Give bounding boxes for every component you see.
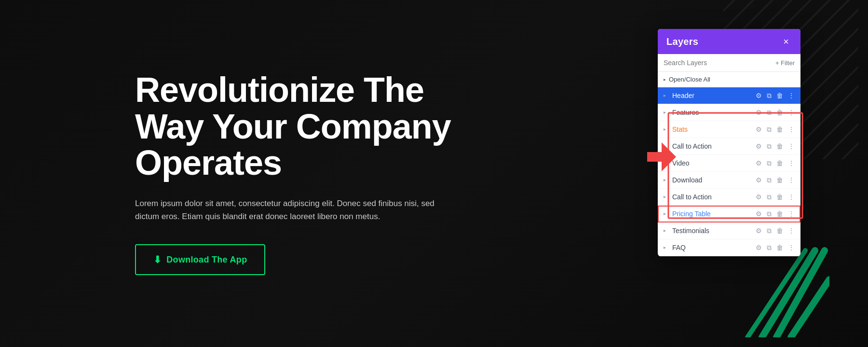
hero-title: Revolutionize The Way Your Company Opera… — [135, 72, 473, 181]
layer-actions-stats: ⚙ ⧉ 🗑 ⋮ — [755, 125, 796, 134]
layer-item-faq[interactable]: ▸ FAQ ⚙ ⧉ 🗑 ⋮ — [658, 239, 800, 256]
layer-actions-header: ⚙ ⧉ 🗑 ⋮ — [755, 91, 796, 100]
layers-list: ▸ Header ⚙ ⧉ 🗑 ⋮ ▸ Features ⚙ ⧉ 🗑 ⋮ ▸ St… — [658, 87, 800, 256]
layer-name-cta2: Call to Action — [672, 193, 755, 201]
layer-arrow-icon: ▸ — [664, 177, 669, 183]
layer-arrow-icon: ▸ — [664, 160, 669, 166]
layer-arrow-icon: ▸ — [664, 93, 669, 98]
layer-actions-features: ⚙ ⧉ 🗑 ⋮ — [755, 108, 796, 117]
layers-panel: Layers × + Filter Open/Close All ▸ Heade… — [658, 29, 800, 256]
layers-close-button[interactable]: × — [780, 36, 792, 47]
layer-delete-icon[interactable]: 🗑 — [775, 108, 784, 117]
layer-actions-cta1: ⚙ ⧉ 🗑 ⋮ — [755, 142, 796, 151]
layer-more-icon[interactable]: ⋮ — [787, 243, 796, 252]
layer-delete-icon[interactable]: 🗑 — [775, 125, 784, 134]
layer-settings-icon[interactable]: ⚙ — [755, 209, 763, 218]
layer-more-icon[interactable]: ⋮ — [787, 142, 796, 151]
layer-more-icon[interactable]: ⋮ — [787, 108, 796, 117]
layer-name-download: Download — [672, 176, 755, 184]
layer-copy-icon[interactable]: ⧉ — [766, 209, 773, 218]
layer-item-download[interactable]: ▸ Download ⚙ ⧉ 🗑 ⋮ — [658, 172, 800, 189]
layer-arrow-icon: ▸ — [664, 143, 669, 149]
layer-name-header: Header — [672, 92, 755, 99]
layer-more-icon[interactable]: ⋮ — [787, 209, 796, 218]
layer-more-icon[interactable]: ⋮ — [787, 176, 796, 184]
layer-actions-pricing-table: ⚙ ⧉ 🗑 ⋮ — [755, 209, 796, 218]
layer-copy-icon[interactable]: ⧉ — [766, 226, 773, 235]
layer-arrow-icon: ▸ — [664, 194, 669, 200]
layers-panel-title: Layers — [666, 36, 698, 47]
layer-more-icon[interactable]: ⋮ — [787, 193, 796, 201]
layer-arrow-icon: ▸ — [664, 126, 669, 132]
layer-delete-icon[interactable]: 🗑 — [775, 142, 784, 151]
layer-settings-icon[interactable]: ⚙ — [755, 176, 763, 184]
layer-delete-icon[interactable]: 🗑 — [775, 91, 784, 100]
layer-settings-icon[interactable]: ⚙ — [755, 91, 763, 100]
layer-more-icon[interactable]: ⋮ — [787, 159, 796, 167]
layer-name-video: Video — [672, 159, 755, 167]
layer-delete-icon[interactable]: 🗑 — [775, 193, 784, 201]
layer-more-icon[interactable]: ⋮ — [787, 226, 796, 235]
layer-copy-icon[interactable]: ⧉ — [766, 193, 773, 201]
layer-actions-cta2: ⚙ ⧉ 🗑 ⋮ — [755, 193, 796, 201]
layer-item-cta2[interactable]: ▸ Call to Action ⚙ ⧉ 🗑 ⋮ — [658, 189, 800, 206]
layer-name-testimonials: Testimonials — [672, 227, 755, 235]
hero-description: Lorem ipsum dolor sit amet, consectetur … — [135, 197, 444, 223]
layer-copy-icon[interactable]: ⧉ — [766, 125, 773, 134]
layer-more-icon[interactable]: ⋮ — [787, 125, 796, 134]
layer-actions-download: ⚙ ⧉ 🗑 ⋮ — [755, 176, 796, 184]
layer-arrow-icon: ▸ — [664, 110, 669, 115]
layer-item-pricing-table[interactable]: ▸ Pricing Table ⚙ ⧉ 🗑 ⋮ — [658, 206, 800, 222]
layer-name-faq: FAQ — [672, 244, 755, 251]
layer-arrow-icon: ▸ — [664, 245, 669, 250]
layer-copy-icon[interactable]: ⧉ — [766, 159, 773, 167]
layer-item-video[interactable]: ▸ Video ⚙ ⧉ 🗑 ⋮ — [658, 155, 800, 172]
layer-settings-icon[interactable]: ⚙ — [755, 193, 763, 201]
layer-name-pricing-table: Pricing Table — [672, 210, 755, 218]
layer-delete-icon[interactable]: 🗑 — [775, 243, 784, 252]
layer-arrow-icon: ▸ — [664, 228, 669, 234]
layer-copy-icon[interactable]: ⧉ — [766, 91, 773, 100]
download-button[interactable]: ⬇ Download The App — [135, 244, 265, 275]
layer-delete-icon[interactable]: 🗑 — [775, 159, 784, 167]
layer-item-cta1[interactable]: ▸ Call to Action ⚙ ⧉ 🗑 ⋮ — [658, 138, 800, 155]
hero-section: Revolutionize The Way Your Company Opera… — [135, 72, 473, 275]
layer-delete-icon[interactable]: 🗑 — [775, 176, 784, 184]
layer-copy-icon[interactable]: ⧉ — [766, 142, 773, 151]
download-icon: ⬇ — [153, 254, 162, 265]
layer-copy-icon[interactable]: ⧉ — [766, 176, 773, 184]
layer-settings-icon[interactable]: ⚙ — [755, 226, 763, 235]
layer-item-testimonials[interactable]: ▸ Testimonials ⚙ ⧉ 🗑 ⋮ — [658, 222, 800, 239]
layers-search-input[interactable] — [664, 59, 772, 67]
layers-search-row: + Filter — [658, 54, 800, 72]
layer-more-icon[interactable]: ⋮ — [787, 91, 796, 100]
layer-copy-icon[interactable]: ⧉ — [766, 243, 773, 252]
layer-settings-icon[interactable]: ⚙ — [755, 125, 763, 134]
layer-name-features: Features — [672, 109, 755, 116]
layer-name-cta1: Call to Action — [672, 142, 755, 150]
layer-settings-icon[interactable]: ⚙ — [755, 108, 763, 117]
layer-actions-video: ⚙ ⧉ 🗑 ⋮ — [755, 159, 796, 167]
layer-item-stats[interactable]: ▸ Stats ⚙ ⧉ 🗑 ⋮ — [658, 121, 800, 138]
layer-item-header[interactable]: ▸ Header ⚙ ⧉ 🗑 ⋮ — [658, 87, 800, 104]
layer-settings-icon[interactable]: ⚙ — [755, 243, 763, 252]
layer-name-stats: Stats — [672, 125, 755, 133]
layer-settings-icon[interactable]: ⚙ — [755, 159, 763, 167]
layers-panel-header: Layers × — [658, 29, 800, 54]
layer-delete-icon[interactable]: 🗑 — [775, 209, 784, 218]
download-button-label: Download The App — [166, 255, 247, 265]
layer-settings-icon[interactable]: ⚙ — [755, 142, 763, 151]
layer-item-features[interactable]: ▸ Features ⚙ ⧉ 🗑 ⋮ — [658, 104, 800, 121]
layers-filter-button[interactable]: + Filter — [775, 59, 795, 67]
layer-actions-testimonials: ⚙ ⧉ 🗑 ⋮ — [755, 226, 796, 235]
layer-actions-faq: ⚙ ⧉ 🗑 ⋮ — [755, 243, 796, 252]
layer-delete-icon[interactable]: 🗑 — [775, 226, 784, 235]
layers-open-close-all[interactable]: Open/Close All — [658, 72, 800, 87]
layer-arrow-icon: ▸ — [664, 211, 669, 217]
layer-copy-icon[interactable]: ⧉ — [766, 108, 773, 117]
